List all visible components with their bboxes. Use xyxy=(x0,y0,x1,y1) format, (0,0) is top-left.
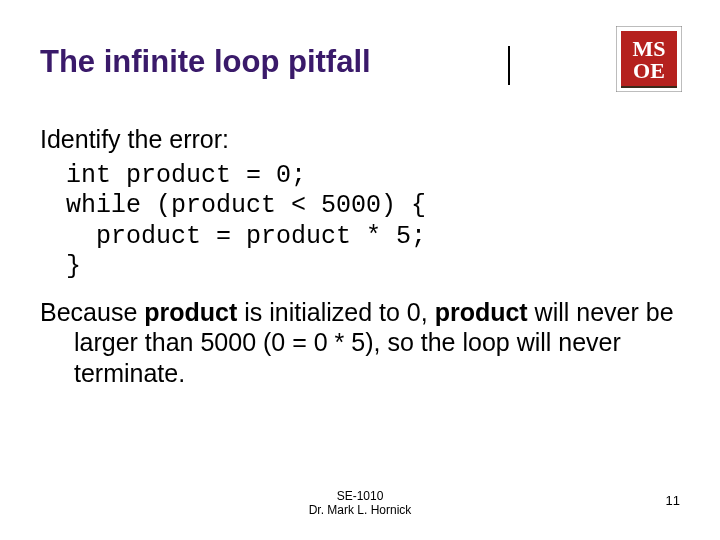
logo-text-bottom: OE xyxy=(633,58,665,83)
slide-title: The infinite loop pitfall xyxy=(40,46,498,79)
title-container: The infinite loop pitfall xyxy=(40,46,510,85)
page-number: 11 xyxy=(666,493,680,508)
explain-bold-1: product xyxy=(144,298,237,326)
slide: The infinite loop pitfall MS OE Identify… xyxy=(0,0,720,540)
footer-author: Dr. Mark L. Hornick xyxy=(0,504,720,518)
lead-text: Identify the error: xyxy=(40,124,680,155)
explanation: Because product is initialized to 0, pro… xyxy=(40,297,680,389)
msoe-logo: MS OE xyxy=(616,26,682,92)
explain-bold-2: product xyxy=(435,298,528,326)
code-block: int product = 0; while (product < 5000) … xyxy=(66,161,680,283)
explain-part-3: is initialized to 0, xyxy=(237,298,434,326)
explain-part-1: Because xyxy=(40,298,144,326)
footer-course: SE-1010 xyxy=(0,490,720,504)
footer: SE-1010 Dr. Mark L. Hornick xyxy=(0,490,720,518)
logo-svg: MS OE xyxy=(616,26,682,92)
slide-body: Identify the error: int product = 0; whi… xyxy=(40,124,680,388)
